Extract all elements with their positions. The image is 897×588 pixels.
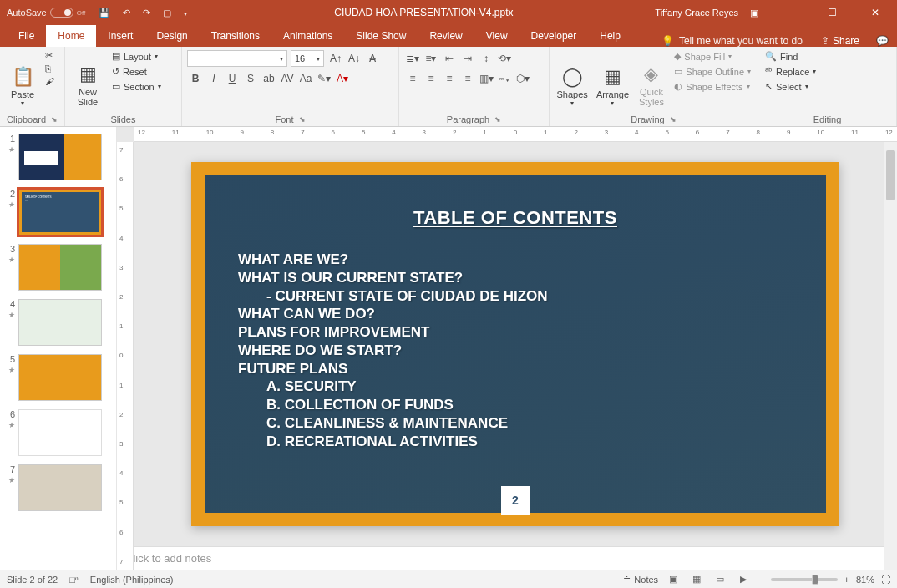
thumbnail-3[interactable] <box>18 244 102 291</box>
justify-icon[interactable]: ≡ <box>459 70 476 87</box>
align-text-icon[interactable]: ⎓▾ <box>496 70 513 87</box>
increase-indent-icon[interactable]: ⇥ <box>459 50 476 67</box>
font-size-select[interactable]: 16▾ <box>291 50 324 67</box>
shape-effects-button[interactable]: ◐Shape Effects▾ <box>672 80 753 93</box>
fit-to-window-icon[interactable]: ⛶ <box>881 575 890 585</box>
redo-icon[interactable]: ↷ <box>143 8 150 18</box>
decrease-font-icon[interactable]: A↓ <box>346 50 362 67</box>
clear-formatting-icon[interactable]: A̶ <box>364 50 381 67</box>
slide[interactable]: TABLE OF CONTENTS WHAT ARE WE?WHAT IS OU… <box>191 162 839 526</box>
slide-thumbnails-panel[interactable]: 1★ 2★TABLE OF CONTENTS… 3★ 4★ 5★ 6★ 7★ <box>0 127 117 570</box>
zoom-out-icon[interactable]: − <box>758 575 763 585</box>
minimize-button[interactable]: ― <box>770 0 807 25</box>
scrollbar-thumb[interactable] <box>886 150 895 200</box>
close-button[interactable]: ✕ <box>857 0 894 25</box>
paste-button[interactable]: 📋 Paste ▾ <box>5 50 40 107</box>
layout-button[interactable]: ▤Layout▾ <box>110 50 163 63</box>
find-button[interactable]: 🔍Find <box>763 50 818 63</box>
tab-developer[interactable]: Developer <box>519 25 589 47</box>
align-right-icon[interactable]: ≡ <box>441 70 458 87</box>
notes-toggle[interactable]: ≐Notes <box>623 574 658 585</box>
italic-icon[interactable]: I <box>205 70 222 87</box>
align-left-icon[interactable]: ≡ <box>404 70 421 87</box>
numbering-icon[interactable]: ≡▾ <box>423 50 439 67</box>
share-button[interactable]: ⇪ Share <box>813 35 868 47</box>
arrange-button[interactable]: ▦Arrange▾ <box>595 50 630 107</box>
comments-button[interactable]: 💬 <box>868 35 897 47</box>
thumbnail-4[interactable] <box>18 299 102 346</box>
ribbon-display-icon[interactable]: ▣ <box>750 8 758 18</box>
underline-icon[interactable]: U <box>224 70 241 87</box>
reset-button[interactable]: ↺Reset <box>110 65 163 78</box>
replace-button[interactable]: ᵃᵇReplace▾ <box>763 65 818 78</box>
maximize-button[interactable]: ☐ <box>813 0 850 25</box>
zoom-in-icon[interactable]: + <box>844 575 849 585</box>
line-spacing-icon[interactable]: ↕ <box>478 50 494 67</box>
thumbnail-7[interactable] <box>18 464 102 511</box>
vertical-ruler[interactable]: 765432101234567 <box>117 142 134 570</box>
thumbnail-5[interactable] <box>18 354 102 401</box>
slide-title[interactable]: TABLE OF CONTENTS <box>238 207 793 229</box>
slide-canvas[interactable]: TABLE OF CONTENTS WHAT ARE WE?WHAT IS OU… <box>134 142 897 546</box>
text-direction-icon[interactable]: ⟲▾ <box>496 50 513 67</box>
shapes-button[interactable]: ◯Shapes▾ <box>555 50 590 107</box>
align-center-icon[interactable]: ≡ <box>423 70 439 87</box>
copy-icon[interactable]: ⎘ <box>45 63 54 74</box>
clipboard-launcher-icon[interactable]: ⬊ <box>51 115 58 124</box>
quick-styles-button[interactable]: ◈Quick Styles <box>636 50 668 107</box>
bullets-icon[interactable]: ≣▾ <box>404 50 421 67</box>
start-from-beginning-icon[interactable]: ▢ <box>163 8 171 18</box>
zoom-level[interactable]: 81% <box>856 575 874 585</box>
shadow-icon[interactable]: ab <box>261 70 277 87</box>
save-icon[interactable]: 💾 <box>99 8 110 18</box>
qat-dropdown-icon[interactable]: ▾ <box>184 10 187 18</box>
paragraph-launcher-icon[interactable]: ⬊ <box>494 115 501 124</box>
reading-view-icon[interactable]: ▭ <box>712 573 728 586</box>
shape-fill-button[interactable]: ◆Shape Fill▾ <box>672 50 753 63</box>
tell-me-search[interactable]: 💡 Tell me what you want to do <box>651 35 813 47</box>
tab-view[interactable]: View <box>474 25 519 47</box>
bold-icon[interactable]: B <box>187 70 204 87</box>
tab-review[interactable]: Review <box>418 25 474 47</box>
thumbnail-1[interactable] <box>18 134 102 180</box>
strikethrough-icon[interactable]: S <box>242 70 259 87</box>
cut-icon[interactable]: ✂ <box>45 50 54 61</box>
slide-sorter-view-icon[interactable]: ▦ <box>688 573 705 586</box>
section-button[interactable]: ▭Section▾ <box>110 80 163 93</box>
spellcheck-icon[interactable]: □ⁿ <box>69 575 79 585</box>
tab-animations[interactable]: Animations <box>271 25 344 47</box>
autosave-toggle[interactable]: AutoSave Off <box>7 8 85 18</box>
change-case-icon[interactable]: Aa <box>297 70 314 87</box>
tab-design[interactable]: Design <box>144 25 199 47</box>
tab-insert[interactable]: Insert <box>96 25 144 47</box>
shape-outline-button[interactable]: ▭Shape Outline▾ <box>672 65 753 78</box>
thumbnail-6[interactable] <box>18 409 102 456</box>
thumbnail-2[interactable]: TABLE OF CONTENTS… <box>18 189 102 236</box>
tab-home[interactable]: Home <box>46 25 96 47</box>
tab-help[interactable]: Help <box>588 25 632 47</box>
vertical-scrollbar[interactable] <box>884 142 897 570</box>
new-slide-button[interactable]: ▦ New Slide <box>70 50 105 107</box>
tab-transitions[interactable]: Transitions <box>200 25 271 47</box>
undo-icon[interactable]: ↶ <box>123 8 130 18</box>
language-indicator[interactable]: English (Philippines) <box>90 575 174 585</box>
slide-body[interactable]: WHAT ARE WE?WHAT IS OUR CURRENT STATE?- … <box>238 251 793 450</box>
highlight-icon[interactable]: ✎▾ <box>316 70 332 87</box>
format-painter-icon[interactable]: 🖌 <box>45 76 54 86</box>
smartart-icon[interactable]: ⬡▾ <box>514 70 531 87</box>
character-spacing-icon[interactable]: AV <box>279 70 296 87</box>
normal-view-icon[interactable]: ▣ <box>665 573 682 586</box>
increase-font-icon[interactable]: A↑ <box>327 50 344 67</box>
user-name[interactable]: Tiffany Grace Reyes <box>655 8 738 18</box>
zoom-slider-thumb[interactable] <box>812 575 818 585</box>
font-family-select[interactable]: ▾ <box>187 50 287 67</box>
slide-indicator[interactable]: Slide 2 of 22 <box>7 575 58 585</box>
tab-slideshow[interactable]: Slide Show <box>344 25 418 47</box>
drawing-launcher-icon[interactable]: ⬊ <box>670 115 677 124</box>
columns-icon[interactable]: ▥▾ <box>478 70 494 87</box>
zoom-slider[interactable] <box>771 578 838 581</box>
slideshow-view-icon[interactable]: ▶ <box>735 573 752 586</box>
font-launcher-icon[interactable]: ⬊ <box>299 115 306 124</box>
decrease-indent-icon[interactable]: ⇤ <box>441 50 458 67</box>
font-color-icon[interactable]: A▾ <box>334 70 351 87</box>
